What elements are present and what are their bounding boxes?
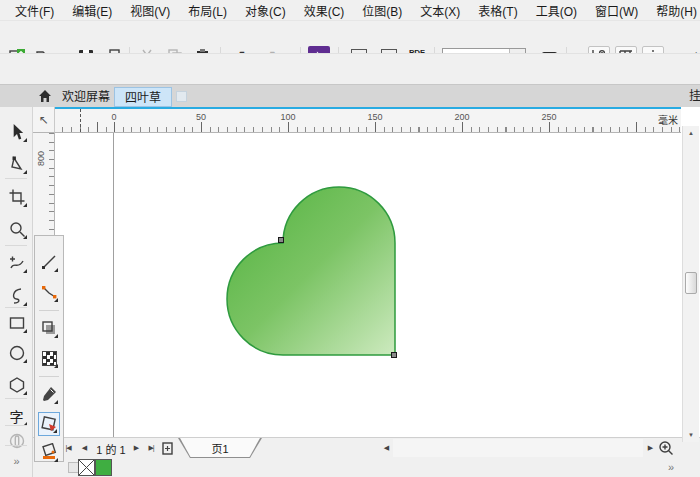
menu-object[interactable]: 对象(C)	[236, 0, 295, 21]
b-spline-tool[interactable]	[4, 283, 29, 308]
canvas[interactable]	[55, 133, 681, 437]
ruler-unit-label: 毫米	[658, 112, 678, 127]
ellipse-tool-icon	[8, 344, 26, 362]
b-spline-tool-icon	[8, 287, 26, 305]
scroll-right-button[interactable]: ▶	[643, 440, 657, 456]
pick-tool[interactable]	[4, 119, 29, 144]
menu-window[interactable]: 窗口(W)	[586, 0, 647, 21]
ruler-label: 200	[454, 112, 469, 122]
menu-layout[interactable]: 布局(L)	[179, 0, 236, 21]
menu-effects[interactable]: 效果(C)	[295, 0, 354, 21]
interactive-fill-icon	[40, 415, 58, 433]
add-page-button[interactable]	[161, 441, 175, 458]
flyout-separator	[39, 376, 59, 377]
add-page-icon	[161, 441, 175, 455]
ruler-major-ticks	[55, 122, 681, 132]
flyout-separator	[39, 310, 59, 311]
tab-welcome-screen[interactable]: 欢迎屏幕	[52, 87, 120, 107]
navigator-magnifier-icon	[657, 439, 675, 457]
docker-tab[interactable]: 挂	[689, 86, 700, 102]
polyline-tool[interactable]	[38, 280, 60, 304]
outline-color-swatch[interactable]	[78, 459, 95, 476]
menu-table[interactable]: 表格(T)	[469, 0, 526, 21]
ruler-label: 800	[36, 151, 46, 166]
horizontal-scroll-track[interactable]: |||	[393, 439, 643, 457]
menu-text[interactable]: 文本(X)	[411, 0, 469, 21]
drop-shadow-tool[interactable]	[38, 316, 60, 340]
coreldraw-window: 文件(F) 编辑(E) 视图(V) 布局(L) 对象(C) 效果(C) 位图(B…	[0, 0, 700, 477]
menu-tools[interactable]: 工具(O)	[527, 0, 586, 21]
eyedropper-icon	[40, 385, 58, 403]
page-navigation-bar: |◀ ◀ 1 的 1 ▶ ▶| 页1 ◀ ||| ▶	[33, 437, 700, 458]
artistic-media-icon	[8, 432, 26, 450]
polygon-tool-icon	[8, 376, 26, 394]
rectangle-tool-icon	[8, 314, 26, 332]
accent-line	[55, 107, 681, 109]
smart-fill-tool[interactable]	[38, 440, 60, 464]
scroll-up-button[interactable]: ▲	[684, 126, 698, 140]
status-bar-expander[interactable]: »	[668, 461, 674, 473]
new-tab-button[interactable]	[176, 91, 187, 102]
menu-bitmaps[interactable]: 位图(B)	[353, 0, 411, 21]
zoom-tool[interactable]	[4, 216, 29, 241]
no-outline-icon	[79, 460, 94, 475]
menu-edit[interactable]: 编辑(E)	[63, 0, 121, 21]
previous-page-button[interactable]: ◀	[77, 440, 91, 456]
ruler-origin-corner[interactable]: ↖	[33, 107, 55, 133]
last-page-button[interactable]: ▶|	[144, 440, 158, 456]
horizontal-ruler[interactable]: 0 50 100 150 200 250 毫米	[55, 107, 681, 133]
heart-shape-svg	[218, 176, 403, 366]
scroll-down-button[interactable]: ▼	[684, 428, 698, 442]
freehand-tool[interactable]	[4, 250, 29, 275]
standard-toolbar: ▼	[0, 20, 700, 54]
two-point-line-tool[interactable]	[38, 250, 60, 274]
page-position-text: 1 的 1	[93, 441, 129, 457]
toolbox-separator	[5, 445, 27, 446]
toolbox-separator	[5, 245, 27, 246]
zoom-tool-icon	[8, 220, 26, 238]
home-button[interactable]	[38, 89, 52, 106]
rectangle-tool[interactable]	[4, 310, 29, 335]
toolbox-expander[interactable]: »	[4, 448, 29, 473]
fill-color-swatch[interactable]	[95, 459, 112, 476]
ruler-origin-icon: ↖	[38, 113, 48, 127]
mesh-fill-tool[interactable]	[38, 346, 60, 370]
polygon-tool[interactable]	[4, 372, 29, 397]
ruler-label: 0	[111, 112, 116, 122]
menu-bar: 文件(F) 编辑(E) 视图(V) 布局(L) 对象(C) 效果(C) 位图(B…	[0, 0, 700, 20]
heart-shape[interactable]	[227, 187, 395, 355]
next-page-button[interactable]: ▶	[129, 440, 143, 456]
tab-document-active[interactable]: 四叶草	[114, 87, 172, 107]
shape-tool-icon	[8, 155, 26, 173]
menu-help[interactable]: 帮助(H)	[647, 0, 700, 21]
curve-node[interactable]	[279, 238, 284, 243]
shape-tool[interactable]	[4, 151, 29, 176]
mesh-fill-icon	[42, 351, 57, 366]
vertical-scroll-thumb[interactable]	[685, 272, 697, 294]
toolbox-separator	[5, 398, 27, 399]
toolbox-separator	[5, 425, 27, 426]
toolbox: 字 »	[0, 107, 33, 477]
ruler-label: 50	[196, 112, 206, 122]
page-tab[interactable]: 页1	[178, 438, 262, 458]
vertical-scrollbar[interactable]: ▲ ▼	[682, 126, 699, 442]
interactive-fill-tool[interactable]	[38, 412, 60, 436]
navigator-button[interactable]	[657, 439, 675, 460]
curve-node[interactable]	[392, 353, 397, 358]
page-left-border	[113, 133, 114, 437]
ruler-marker	[80, 109, 81, 132]
scroll-left-button[interactable]: ◀	[379, 440, 393, 456]
menu-file[interactable]: 文件(F)	[6, 0, 63, 21]
ruler-label: 100	[280, 112, 295, 122]
smart-fill-icon	[40, 443, 58, 461]
two-point-line-icon	[40, 253, 58, 271]
freehand-tool-icon	[8, 254, 26, 272]
drawing-workspace: 字 » ↖ 0 50 100 150 200 2	[0, 107, 700, 437]
toolbox-separator	[5, 307, 27, 308]
color-eyedropper-tool[interactable]	[38, 382, 60, 406]
home-icon	[38, 89, 52, 103]
crop-tool[interactable]	[4, 184, 29, 209]
ellipse-tool[interactable]	[4, 340, 29, 365]
page-tab-label: 页1	[178, 440, 262, 456]
menu-view[interactable]: 视图(V)	[121, 0, 179, 21]
